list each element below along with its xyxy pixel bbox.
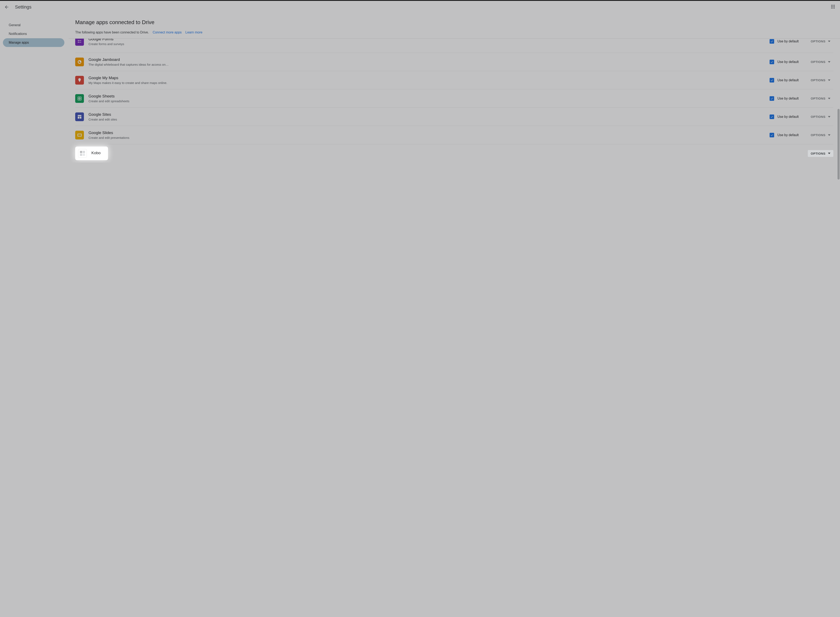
chevron-down-icon (828, 115, 830, 118)
app-row: KoboOPTIONS (75, 144, 833, 162)
svg-point-5 (834, 6, 835, 7)
options-label: OPTIONS (811, 78, 825, 82)
app-name: Kobo (91, 151, 100, 155)
app-name: Google My Maps (88, 76, 769, 80)
chevron-down-icon (828, 61, 830, 63)
svg-rect-18 (80, 117, 81, 118)
svg-rect-21 (83, 151, 85, 153)
svg-rect-19 (78, 134, 81, 136)
app-description: Create forms and surveys (88, 42, 178, 46)
sidebar-item-general[interactable]: General (3, 21, 64, 30)
chevron-down-icon (828, 97, 830, 100)
app-description: The digital whiteboard that captures ide… (88, 63, 178, 66)
use-default-checkbox[interactable] (769, 78, 774, 83)
svg-rect-12 (79, 42, 81, 43)
use-default-label: Use by default (778, 40, 799, 43)
options-button[interactable]: OPTIONS (808, 58, 833, 65)
forms-icon (75, 38, 84, 46)
app-name: Google Slides (88, 130, 769, 135)
use-default-label: Use by default (778, 133, 799, 137)
use-default-checkbox[interactable] (769, 60, 774, 64)
app-name: Google Jamboard (88, 58, 769, 62)
sidebar-item-manage-apps[interactable]: Manage apps (3, 38, 64, 47)
apps-launcher-icon[interactable] (831, 4, 836, 10)
main-panel: Manage apps connected to Drive The follo… (69, 13, 840, 617)
panel-subtitle: The following apps have been connected t… (75, 31, 149, 34)
app-description: My Maps makes it easy to create and shar… (88, 81, 178, 84)
svg-rect-22 (80, 154, 82, 156)
chevron-down-icon (828, 79, 830, 81)
app-description: Create and edit spreadsheets (88, 99, 178, 103)
highlighted-app: Kobo (75, 146, 108, 160)
svg-point-0 (831, 5, 832, 6)
options-label: OPTIONS (811, 60, 825, 63)
use-default-checkbox[interactable] (769, 133, 774, 137)
options-label: OPTIONS (811, 152, 825, 155)
use-default-label: Use by default (778, 78, 799, 82)
use-default-label: Use by default (778, 115, 799, 119)
svg-rect-16 (78, 115, 81, 116)
svg-point-2 (834, 5, 835, 6)
app-controls: Use by defaultOPTIONS (769, 58, 833, 65)
use-default-checkbox[interactable] (769, 96, 774, 101)
use-default-label: Use by default (778, 60, 799, 64)
slides-icon (75, 131, 84, 139)
options-button[interactable]: OPTIONS (808, 95, 833, 102)
chevron-down-icon (828, 152, 830, 155)
app-controls: Use by defaultOPTIONS (769, 77, 833, 84)
svg-point-6 (831, 7, 832, 8)
options-label: OPTIONS (811, 40, 825, 43)
svg-rect-23 (83, 154, 85, 156)
app-name: Google Forms (88, 38, 769, 41)
app-name: Google Sites (88, 112, 769, 117)
svg-rect-10 (79, 40, 81, 41)
svg-point-3 (831, 6, 832, 7)
sheets-icon (75, 94, 84, 103)
learn-more-link[interactable]: Learn more (186, 31, 202, 34)
maps-icon (75, 76, 84, 84)
options-button[interactable]: OPTIONS (808, 131, 833, 139)
app-controls: Use by defaultOPTIONS (769, 38, 833, 45)
svg-rect-9 (78, 40, 79, 41)
sidebar-item-notifications[interactable]: Notifications (3, 30, 64, 38)
app-row: Google JamboardThe digital whiteboard th… (75, 53, 833, 71)
options-label: OPTIONS (811, 97, 825, 100)
app-controls: OPTIONS (808, 150, 833, 157)
app-description: Create and edit presentations (88, 136, 178, 139)
back-arrow-icon[interactable] (4, 4, 9, 10)
connect-more-apps-link[interactable]: Connect more apps (153, 31, 182, 34)
chevron-down-icon (828, 40, 830, 43)
settings-sidebar: GeneralNotificationsManage apps (0, 13, 64, 617)
options-label: OPTIONS (811, 115, 825, 118)
svg-point-1 (833, 5, 833, 6)
use-default-checkbox[interactable] (769, 115, 774, 119)
options-button[interactable]: OPTIONS (808, 77, 833, 84)
options-button[interactable]: OPTIONS (808, 150, 833, 157)
page-title: Settings (15, 4, 32, 10)
options-label: OPTIONS (811, 133, 825, 137)
app-name: Google Sheets (88, 94, 769, 99)
app-description: Create and edit sites (88, 118, 178, 121)
svg-point-8 (834, 7, 835, 8)
app-row: Google My MapsMy Maps makes it easy to c… (75, 71, 833, 89)
use-default-checkbox[interactable] (769, 39, 774, 44)
sites-icon (75, 112, 84, 121)
options-button[interactable]: OPTIONS (808, 38, 833, 45)
svg-point-7 (833, 7, 833, 8)
options-button[interactable]: OPTIONS (808, 113, 833, 120)
app-row: Google SheetsCreate and edit spreadsheet… (75, 89, 833, 108)
jamboard-icon (75, 58, 84, 66)
app-controls: Use by defaultOPTIONS (769, 131, 833, 139)
app-controls: Use by defaultOPTIONS (769, 95, 833, 102)
chevron-down-icon (828, 134, 830, 136)
svg-rect-20 (80, 151, 82, 153)
svg-rect-11 (78, 42, 79, 43)
app-controls: Use by defaultOPTIONS (769, 113, 833, 120)
svg-rect-17 (78, 117, 80, 118)
app-row: Google SlidesCreate and edit presentatio… (75, 126, 833, 144)
use-default-label: Use by default (778, 97, 799, 100)
panel-title: Manage apps connected to Drive (75, 19, 833, 25)
app-row: Google SitesCreate and edit sitesUse by … (75, 108, 833, 126)
scrollbar-thumb[interactable] (837, 109, 840, 180)
svg-point-4 (833, 6, 833, 7)
